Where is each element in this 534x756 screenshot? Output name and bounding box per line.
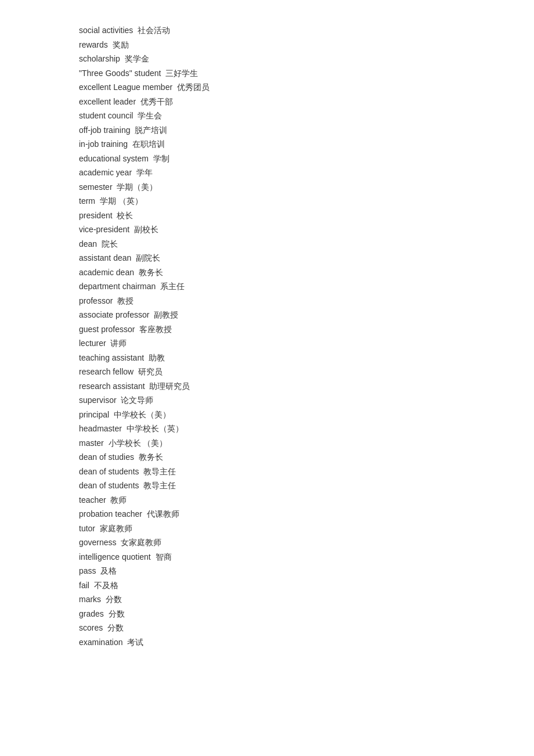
english-term: scholarship: [79, 54, 120, 63]
chinese-term: 考试: [127, 638, 143, 647]
chinese-term: 分数: [109, 609, 125, 618]
list-item: excellent leader 优秀干部: [79, 95, 455, 109]
list-item: headmaster 中学校长（英）: [79, 422, 455, 436]
english-term: student council: [79, 111, 133, 120]
english-term: president: [79, 211, 113, 220]
list-item: supervisor 论文导师: [79, 393, 455, 408]
english-term: excellent leader: [79, 97, 136, 106]
chinese-term: 在职培训: [132, 139, 165, 149]
chinese-term: 助理研究员: [149, 381, 190, 391]
chinese-term: 不及格: [94, 581, 118, 590]
english-term: marks: [79, 595, 101, 604]
list-item: "Three Goods" student 三好学生: [79, 66, 455, 81]
chinese-term: 副院长: [136, 253, 160, 262]
list-item: dean of studies 教务长: [79, 450, 455, 465]
list-item: governess 女家庭教师: [79, 535, 455, 550]
english-term: academic dean: [79, 268, 134, 277]
list-item: dean 院长: [79, 237, 455, 251]
chinese-term: 家庭教师: [100, 524, 132, 533]
english-term: grades: [79, 609, 104, 618]
list-item: tutor 家庭教师: [79, 521, 455, 536]
chinese-term: 女家庭教师: [121, 538, 161, 547]
list-item: fail 不及格: [79, 578, 455, 593]
list-item: department chairman 系主任: [79, 279, 455, 294]
english-term: dean of students: [79, 467, 139, 476]
chinese-term: 三好学生: [165, 69, 198, 78]
list-item: research fellow 研究员: [79, 365, 455, 379]
english-term: assistant dean: [79, 253, 131, 262]
list-item: dean of students 教导主任: [79, 465, 455, 479]
english-term: governess: [79, 538, 117, 547]
chinese-term: 学年: [136, 168, 153, 177]
list-item: scores 分数: [79, 621, 455, 635]
list-item: academic year 学年: [79, 165, 455, 180]
chinese-term: 副校长: [134, 225, 158, 234]
chinese-term: 奖励: [113, 40, 129, 49]
chinese-term: 分数: [107, 623, 124, 632]
chinese-term: 研究员: [138, 367, 163, 376]
list-item: grades 分数: [79, 607, 455, 621]
english-term: vice-president: [79, 225, 129, 234]
chinese-term: 教务长: [139, 268, 163, 277]
chinese-term: 中学校长（美）: [114, 410, 171, 419]
chinese-term: 校长: [117, 211, 133, 220]
chinese-term: 副教授: [154, 310, 178, 319]
english-term: social activities: [79, 26, 133, 35]
list-item: social activities 社会活动: [79, 23, 455, 38]
chinese-term: 论文导师: [121, 395, 153, 405]
english-term: term: [79, 196, 95, 206]
english-term: principal: [79, 410, 109, 419]
list-item: academic dean 教务长: [79, 265, 455, 280]
english-term: intelligence quotient: [79, 552, 151, 561]
english-term: in-job training: [79, 139, 128, 149]
english-term: department chairman: [79, 282, 156, 291]
list-item: examination 考试: [79, 635, 455, 650]
english-term: pass: [79, 566, 96, 575]
list-item: term 学期 （英）: [79, 194, 455, 208]
english-term: off-job training: [79, 125, 130, 135]
list-item: pass 及格: [79, 564, 455, 578]
list-item: guest professor 客座教授: [79, 322, 455, 337]
chinese-term: 分数: [106, 595, 122, 604]
chinese-term: 脱产培训: [135, 125, 167, 135]
english-term: headmaster: [79, 424, 122, 433]
english-term: examination: [79, 638, 123, 647]
vocabulary-list: social activities 社会活动rewards 奖励scholars…: [79, 23, 455, 649]
english-term: dean of students: [79, 481, 139, 490]
english-term: associate professor: [79, 310, 149, 319]
english-term: academic year: [79, 168, 132, 177]
english-term: supervisor: [79, 395, 117, 405]
english-term: rewards: [79, 40, 108, 49]
english-term: "Three Goods" student: [79, 69, 161, 78]
english-term: probation teacher: [79, 509, 142, 519]
english-term: lecturer: [79, 339, 106, 348]
list-item: scholarship 奖学金: [79, 52, 455, 66]
chinese-term: 学制: [153, 154, 169, 163]
list-item: student council 学生会: [79, 109, 455, 123]
chinese-term: 教导主任: [143, 481, 176, 490]
chinese-term: 智商: [156, 552, 172, 561]
chinese-term: 客座教授: [139, 325, 172, 334]
english-term: dean of studies: [79, 452, 134, 462]
chinese-term: 学期（美）: [117, 182, 157, 192]
chinese-term: 中学校长（英）: [127, 424, 183, 433]
chinese-term: 教授: [117, 296, 134, 305]
english-term: educational system: [79, 154, 149, 163]
english-term: research fellow: [79, 367, 134, 376]
list-item: assistant dean 副院长: [79, 251, 455, 265]
list-item: associate professor 副教授: [79, 308, 455, 322]
list-item: master 小学校长 （美）: [79, 436, 455, 451]
chinese-term: 院长: [102, 239, 118, 249]
list-item: lecturer 讲师: [79, 336, 455, 351]
english-term: excellent League member: [79, 82, 172, 92]
english-term: teaching assistant: [79, 353, 144, 362]
chinese-term: 学期 （英）: [100, 196, 143, 206]
chinese-term: 学生会: [138, 111, 162, 120]
list-item: in-job training 在职培训: [79, 137, 455, 152]
list-item: president 校长: [79, 208, 455, 223]
chinese-term: 助教: [149, 353, 165, 362]
list-item: intelligence quotient 智商: [79, 550, 455, 564]
english-term: tutor: [79, 524, 95, 533]
list-item: rewards 奖励: [79, 38, 455, 52]
english-term: professor: [79, 296, 113, 305]
